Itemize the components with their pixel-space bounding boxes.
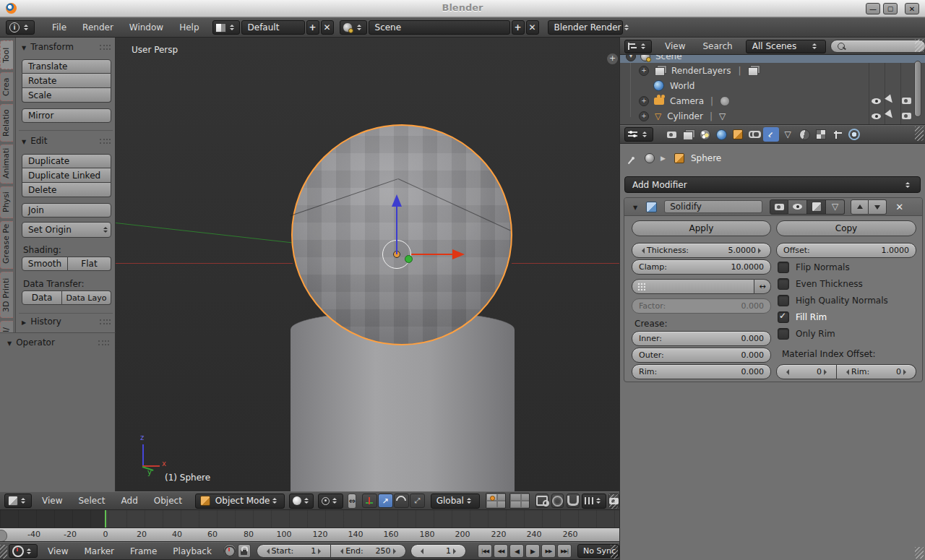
- layer[interactable]: [486, 501, 497, 508]
- tab-render[interactable]: [663, 127, 679, 142]
- expand-icon[interactable]: +: [639, 66, 649, 76]
- render-engine-select[interactable]: Blender Render: [548, 20, 623, 35]
- camera-icon[interactable]: [902, 113, 911, 119]
- layer-1-active[interactable]: [486, 494, 497, 501]
- move-modifier-up-button[interactable]: [851, 199, 869, 215]
- decrement-icon[interactable]: [337, 548, 343, 554]
- manipulator-toggle-button[interactable]: ⇔: [348, 494, 356, 509]
- camera-icon[interactable]: [902, 98, 911, 104]
- mirror-button[interactable]: Mirror: [22, 108, 111, 123]
- crease-inner-field[interactable]: Inner:0.000: [632, 331, 771, 346]
- menu-object[interactable]: Object: [154, 496, 182, 506]
- previous-keyframe-button[interactable]: ◀◀: [494, 544, 508, 558]
- outliner-menu-search[interactable]: Search: [702, 41, 732, 51]
- offset-field[interactable]: Offset:1.0000: [776, 243, 916, 258]
- increment-icon[interactable]: [758, 248, 764, 254]
- tab-object-data[interactable]: ▽: [780, 127, 796, 142]
- apply-button[interactable]: Apply: [632, 220, 771, 236]
- menu-file[interactable]: File: [52, 22, 66, 33]
- menu-help[interactable]: Help: [179, 22, 199, 33]
- outliner-row-camera[interactable]: + Camera |: [620, 93, 925, 108]
- menu-window[interactable]: Window: [129, 22, 163, 33]
- minimize-button[interactable]: —: [866, 3, 880, 14]
- menu-view[interactable]: View: [42, 496, 62, 506]
- outliner-row-world[interactable]: World: [620, 78, 925, 93]
- lock-frame-toggle[interactable]: [238, 544, 251, 558]
- panel-grip[interactable]: [100, 45, 111, 50]
- copy-button[interactable]: Copy: [776, 220, 916, 236]
- panel-history-header[interactable]: History: [22, 316, 111, 327]
- tab-animation[interactable]: Animati: [0, 145, 13, 184]
- outliner-item-label[interactable]: Camera: [670, 96, 704, 106]
- panel-grip[interactable]: [98, 340, 109, 345]
- menu-frame[interactable]: Frame: [130, 546, 157, 556]
- outliner-menu-view[interactable]: View: [665, 41, 685, 51]
- checkbox[interactable]: [778, 262, 789, 273]
- manipulator-x-axis[interactable]: [411, 254, 455, 255]
- shade-flat-button[interactable]: Flat: [68, 257, 111, 271]
- toggle-editmode-display[interactable]: [807, 199, 826, 215]
- add-scene-button[interactable]: +: [512, 20, 525, 35]
- outliner-item-label[interactable]: World: [670, 81, 694, 91]
- outliner-item-label[interactable]: RenderLayers: [671, 66, 731, 76]
- collapse-icon[interactable]: [633, 202, 642, 212]
- scrollbar[interactable]: [914, 61, 921, 117]
- translate-button[interactable]: Translate: [22, 59, 111, 74]
- checkbox[interactable]: [778, 328, 789, 340]
- material-offset-field[interactable]: 0: [776, 364, 837, 379]
- timeline-track[interactable]: [0, 510, 619, 528]
- tab-material[interactable]: [796, 127, 812, 142]
- pivot-point-select[interactable]: [318, 494, 343, 509]
- region-expand-button[interactable]: +: [607, 53, 618, 64]
- checkbox[interactable]: [778, 278, 789, 290]
- decrement-icon[interactable]: [783, 369, 789, 375]
- editor-type-selector[interactable]: [4, 494, 32, 508]
- screen-layout-icon-button[interactable]: [212, 20, 240, 35]
- close-window-button[interactable]: ✕: [905, 3, 919, 14]
- resize-grip[interactable]: [0, 545, 7, 559]
- layer[interactable]: [521, 501, 530, 508]
- menu-add[interactable]: Add: [121, 496, 138, 506]
- menu-view[interactable]: View: [48, 546, 68, 556]
- collapse-icon[interactable]: ▾: [626, 55, 636, 61]
- clamp-field[interactable]: Clamp:10.0000: [632, 259, 771, 275]
- factor-field[interactable]: Factor:0.000: [632, 298, 771, 314]
- tab-world[interactable]: [713, 127, 729, 142]
- manipulator-scale-button[interactable]: ⤢: [410, 494, 425, 508]
- timeline-ruler[interactable]: -40 -20 0 20 40 60 80 100 120 140 160 18…: [0, 528, 619, 542]
- menu-render[interactable]: Render: [82, 22, 113, 33]
- resize-grip[interactable]: [609, 494, 618, 509]
- tab-scene[interactable]: [697, 127, 713, 142]
- scrollbar-cap[interactable]: [0, 530, 7, 542]
- delete-modifier-icon[interactable]: ✕: [895, 202, 903, 212]
- manipulator-y-handle[interactable]: [405, 255, 413, 263]
- outliner-row-scene[interactable]: ▾ Scene: [620, 55, 925, 63]
- panel-edit-header[interactable]: Edit: [22, 136, 111, 146]
- outliner-row-renderlayers[interactable]: + RenderLayers |: [620, 63, 925, 78]
- pin-icon[interactable]: [631, 156, 635, 160]
- editor-type-selector[interactable]: i: [6, 20, 35, 35]
- camera-data-icon[interactable]: [720, 96, 730, 106]
- invert-vertex-group-button[interactable]: ↔: [754, 279, 771, 294]
- manipulator-z-axis[interactable]: [396, 201, 397, 254]
- eye-icon[interactable]: [872, 98, 881, 104]
- play-button[interactable]: ▶: [525, 544, 540, 558]
- add-modifier-select[interactable]: Add Modifier: [624, 176, 921, 193]
- layer[interactable]: [521, 494, 530, 501]
- outliner-search-input[interactable]: [830, 40, 925, 53]
- delete-layout-button[interactable]: ✕: [321, 20, 334, 35]
- menu-marker[interactable]: Marker: [84, 546, 113, 556]
- fill-rim-checkbox[interactable]: Fill Rim: [778, 311, 827, 323]
- set-origin-menu[interactable]: Set Origin: [22, 222, 111, 238]
- tab-relations[interactable]: Relatio: [0, 104, 13, 142]
- increment-icon[interactable]: [318, 548, 324, 554]
- crease-outer-field[interactable]: Outer:0.000: [632, 348, 771, 363]
- tab-physics[interactable]: [846, 127, 862, 142]
- manipulator-translate-button[interactable]: [362, 494, 377, 508]
- tab-render-layers[interactable]: [680, 127, 696, 142]
- increment-icon[interactable]: [903, 369, 909, 375]
- add-layout-button[interactable]: +: [306, 20, 319, 35]
- move-modifier-down-button[interactable]: [869, 199, 887, 215]
- tab-texture[interactable]: [813, 127, 829, 142]
- toggle-viewport-visibility[interactable]: [788, 199, 807, 215]
